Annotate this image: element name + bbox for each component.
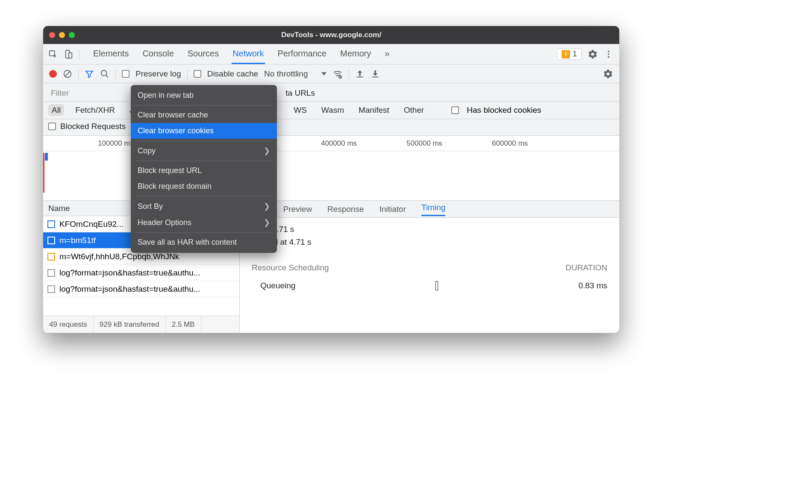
more-tabs-button[interactable]: »	[384, 44, 390, 64]
svg-line-9	[106, 75, 109, 77]
devtools-window: DevTools - www.google.com/ Elements Cons…	[43, 26, 620, 333]
more-options-icon[interactable]	[604, 50, 613, 59]
chevron-right-icon: ❯	[264, 202, 270, 211]
tab-initiator[interactable]: Initiator	[380, 205, 406, 214]
menu-separator	[135, 105, 273, 105]
chip-all[interactable]: All	[48, 104, 64, 116]
throttling-dropdown[interactable]: No throttling	[264, 69, 327, 79]
timeline-overview[interactable]: 100000 ms 400000 ms 500000 ms 600000 ms	[43, 136, 619, 201]
settings-icon[interactable]	[588, 49, 598, 59]
svg-rect-12	[372, 76, 379, 77]
throttling-value: No throttling	[264, 69, 308, 79]
svg-line-7	[65, 71, 70, 76]
upload-har-icon[interactable]	[355, 69, 365, 79]
titlebar: DevTools - www.google.com/	[43, 26, 619, 44]
network-conditions-icon[interactable]	[332, 69, 343, 79]
svg-point-4	[608, 53, 609, 55]
tab-sources[interactable]: Sources	[187, 44, 220, 64]
network-toolbar: Preserve log Disable cache No throttling	[43, 64, 619, 83]
tab-response[interactable]: Response	[327, 205, 364, 214]
blocked-requests-checkbox[interactable]	[48, 123, 56, 130]
tab-performance[interactable]: Performance	[277, 44, 328, 64]
menu-separator	[135, 196, 273, 196]
warning-icon: !	[562, 50, 570, 59]
tab-preview[interactable]: Preview	[283, 205, 312, 214]
issues-badge[interactable]: ! 1	[557, 48, 582, 60]
disable-cache-label[interactable]: Disable cache	[207, 69, 258, 79]
device-toolbar-icon[interactable]	[64, 50, 73, 59]
has-blocked-cookies-label[interactable]: Has blocked cookies	[467, 105, 541, 115]
separator	[79, 49, 79, 59]
menu-block-domain[interactable]: Block request domain	[131, 179, 277, 194]
menu-clear-cache[interactable]: Clear browser cache	[131, 107, 277, 123]
resource-type-chips: All Fetch/XHR JS WS Wasm Manifest Other …	[43, 102, 619, 119]
data-urls-partial-label: ta URLs	[285, 88, 315, 97]
chip-other[interactable]: Other	[400, 104, 428, 116]
menu-sort-by[interactable]: Sort By ❯	[131, 198, 277, 214]
chip-fetch-xhr[interactable]: Fetch/XHR	[72, 104, 118, 116]
svg-point-8	[101, 70, 107, 76]
timing-panel: ed at 4.71 s Started at 4.71 s Resource …	[240, 218, 619, 333]
timeline-load-marker	[43, 153, 44, 193]
request-name: log?format=json&hasfast=true&authu...	[59, 284, 200, 294]
menu-separator	[135, 232, 273, 233]
timeline-tick: 600000 ms	[492, 136, 619, 151]
chevron-right-icon: ❯	[264, 218, 270, 227]
filter-input[interactable]: Filter	[48, 87, 125, 100]
menu-clear-cookies[interactable]: Clear browser cookies	[131, 123, 277, 139]
menu-separator	[135, 141, 273, 141]
request-name: KFOmCnqEu92...	[59, 220, 124, 229]
preserve-log-label[interactable]: Preserve log	[135, 69, 181, 79]
preserve-log-checkbox[interactable]	[122, 70, 129, 78]
timeline-tick: 400000 ms	[321, 136, 406, 151]
timeline-tick: 100000 ms	[43, 136, 141, 151]
tab-memory[interactable]: Memory	[339, 44, 372, 64]
disable-cache-checkbox[interactable]	[194, 70, 201, 78]
separator	[187, 69, 188, 79]
svg-rect-2	[69, 53, 72, 58]
search-icon[interactable]	[100, 69, 109, 79]
chevron-down-icon	[321, 72, 327, 76]
request-row[interactable]: log?format=json&hasfast=true&authu...	[43, 281, 239, 297]
timing-started-at: Started at 4.71 s	[252, 237, 607, 247]
clear-icon[interactable]	[63, 69, 72, 79]
menu-save-har[interactable]: Save all as HAR with content	[131, 234, 277, 250]
network-settings-icon[interactable]	[603, 69, 613, 79]
menu-header-options[interactable]: Header Options ❯	[131, 214, 277, 231]
file-icon	[47, 285, 55, 293]
request-row[interactable]: log?format=json&hasfast=true&authu...	[43, 265, 239, 281]
chip-ws[interactable]: WS	[290, 104, 310, 116]
request-name: log?format=json&hasfast=true&authu...	[59, 268, 200, 278]
file-icon	[47, 269, 55, 277]
svg-point-5	[608, 56, 609, 58]
request-detail-pane: aders Preview Response Initiator Timing …	[240, 201, 619, 333]
tab-elements[interactable]: Elements	[92, 44, 129, 64]
tab-console[interactable]: Console	[141, 44, 174, 64]
network-details-area: Name KFOmCnqEu92... m=bm51tf m=Wt6vjf,hh…	[43, 201, 619, 333]
resource-scheduling-label: Resource Scheduling	[252, 263, 329, 273]
has-blocked-cookies-checkbox[interactable]	[451, 106, 459, 114]
menu-separator	[135, 161, 273, 161]
tab-network[interactable]: Network	[232, 44, 265, 64]
timeline-ruler: 100000 ms 400000 ms 500000 ms 600000 ms	[43, 136, 619, 151]
separator	[349, 69, 349, 79]
svg-point-3	[608, 50, 609, 52]
svg-rect-11	[357, 76, 363, 77]
download-har-icon[interactable]	[371, 69, 380, 79]
menu-block-url[interactable]: Block request URL	[131, 163, 277, 179]
filter-bar: Filter ta URLs	[43, 83, 619, 102]
detail-tabs: aders Preview Response Initiator Timing	[240, 201, 619, 218]
panel-tabstrip: Elements Console Sources Network Perform…	[43, 44, 619, 64]
inspect-element-icon[interactable]	[48, 50, 58, 59]
issues-count: 1	[573, 50, 577, 59]
file-icon	[47, 220, 55, 228]
menu-copy[interactable]: Copy ❯	[131, 143, 277, 159]
separator	[78, 69, 79, 79]
tab-timing[interactable]: Timing	[421, 203, 445, 216]
chip-manifest[interactable]: Manifest	[355, 104, 393, 116]
menu-open-new-tab[interactable]: Open in new tab	[131, 88, 277, 103]
record-button[interactable]	[49, 70, 57, 78]
chip-wasm[interactable]: Wasm	[318, 104, 347, 116]
blocked-requests-label[interactable]: Blocked Requests	[60, 122, 126, 131]
filter-icon[interactable]	[85, 69, 94, 79]
